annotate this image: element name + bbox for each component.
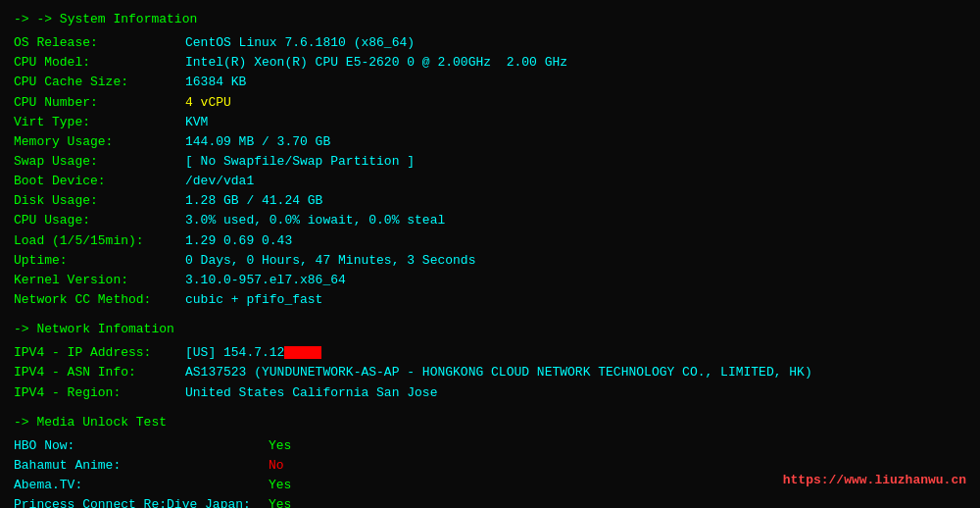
system-section: -> -> System Information OS Release: Cen… <box>14 10 966 310</box>
table-row: HBO Now: Yes <box>14 436 966 456</box>
table-row: CPU Model: Intel(R) Xeon(R) CPU E5-2620 … <box>14 53 966 73</box>
cpu-number-label: CPU Number: <box>14 93 185 113</box>
princess-label: Princess Connect Re:Dive Japan: <box>14 495 269 508</box>
table-row: Load (1/5/15min): 1.29 0.69 0.43 <box>14 231 966 251</box>
load-label: Load (1/5/15min): <box>14 231 185 251</box>
media-section: -> Media Unlock Test HBO Now: Yes Bahamu… <box>14 413 966 508</box>
hbo-label: HBO Now: <box>14 436 269 456</box>
disk-usage-value: 1.28 GB / 41.24 GB <box>185 191 322 211</box>
table-row: Boot Device: /dev/vda1 <box>14 172 966 191</box>
watermark: https://www.liuzhanwu.cn <box>783 471 966 490</box>
ipv4-asn-value: AS137523 (YUNDUNETWORK-AS-AP - HONGKONG … <box>185 363 812 382</box>
swap-usage-label: Swap Usage: <box>14 152 185 172</box>
table-row: IPV4 - IP Address: [US] 154.7.12 <box>14 343 966 363</box>
uptime-value: 0 Days, 0 Hours, 47 Minutes, 3 Seconds <box>185 251 475 271</box>
table-row: IPV4 - ASN Info: AS137523 (YUNDUNETWORK-… <box>14 363 966 382</box>
swap-usage-value: [ No Swapfile/Swap Partition ] <box>185 152 415 172</box>
ipv4-asn-label: IPV4 - ASN Info: <box>14 363 185 382</box>
network-header: -> Network Infomation <box>14 320 966 339</box>
media-header: -> Media Unlock Test <box>14 413 966 432</box>
network-info-table: IPV4 - IP Address: [US] 154.7.12 IPV4 - … <box>14 343 966 402</box>
kernel-value: 3.10.0-957.el7.x86_64 <box>185 271 346 290</box>
table-row: CPU Cache Size: 16384 KB <box>14 73 966 92</box>
arrow-icon: -> <box>14 12 29 26</box>
table-row: Memory Usage: 144.09 MB / 3.70 GB <box>14 132 966 152</box>
network-section: -> Network Infomation IPV4 - IP Address:… <box>14 320 966 403</box>
ipv4-region-value: United States California San Jose <box>185 383 437 403</box>
abema-label: Abema.TV: <box>14 476 269 495</box>
ipv4-region-label: IPV4 - Region: <box>14 383 185 403</box>
cpu-model-value: Intel(R) Xeon(R) CPU E5-2620 0 @ 2.00GHz… <box>185 53 567 73</box>
system-info-table: OS Release: CentOS Linux 7.6.1810 (x86_6… <box>14 33 966 310</box>
virt-type-value: KVM <box>185 113 208 132</box>
table-row: Virt Type: KVM <box>14 113 966 132</box>
boot-device-label: Boot Device: <box>14 172 185 191</box>
cpu-number-value: 4 vCPU <box>185 93 231 113</box>
table-row: Uptime: 0 Days, 0 Hours, 47 Minutes, 3 S… <box>14 251 966 271</box>
network-cc-value: cubic + pfifo_fast <box>185 290 322 310</box>
virt-type-label: Virt Type: <box>14 113 185 132</box>
cpu-usage-label: CPU Usage: <box>14 211 185 230</box>
kernel-label: Kernel Version: <box>14 271 185 290</box>
bahamut-label: Bahamut Anime: <box>14 456 269 476</box>
system-header: -> -> System Information <box>14 10 966 29</box>
uptime-label: Uptime: <box>14 251 185 271</box>
cpu-cache-value: 16384 KB <box>185 73 246 92</box>
cpu-usage-value: 3.0% used, 0.0% iowait, 0.0% steal <box>185 211 445 230</box>
table-row: Princess Connect Re:Dive Japan: Yes <box>14 495 966 508</box>
os-release-value: CentOS Linux 7.6.1810 (x86_64) <box>185 33 415 53</box>
table-row: CPU Number: 4 vCPU <box>14 93 966 113</box>
load-value: 1.29 0.69 0.43 <box>185 231 292 251</box>
memory-usage-value: 144.09 MB / 3.70 GB <box>185 132 330 152</box>
table-row: Network CC Method: cubic + pfifo_fast <box>14 290 966 310</box>
table-row: OS Release: CentOS Linux 7.6.1810 (x86_6… <box>14 33 966 53</box>
cpu-cache-label: CPU Cache Size: <box>14 73 185 92</box>
table-row: Kernel Version: 3.10.0-957.el7.x86_64 <box>14 271 966 290</box>
boot-device-value: /dev/vda1 <box>185 172 254 191</box>
cpu-model-label: CPU Model: <box>14 53 185 73</box>
disk-usage-label: Disk Usage: <box>14 191 185 211</box>
ipv4-address-label: IPV4 - IP Address: <box>14 343 185 363</box>
hbo-value: Yes <box>269 436 291 456</box>
table-row: IPV4 - Region: United States California … <box>14 383 966 403</box>
ipv4-address-value: [US] 154.7.12 <box>185 343 321 363</box>
bahamut-value: No <box>269 456 284 476</box>
os-release-label: OS Release: <box>14 33 185 53</box>
abema-value: Yes <box>269 476 291 495</box>
table-row: Disk Usage: 1.28 GB / 41.24 GB <box>14 191 966 211</box>
ip-redacted-block <box>284 346 321 359</box>
network-cc-label: Network CC Method: <box>14 290 185 310</box>
memory-usage-label: Memory Usage: <box>14 132 185 152</box>
table-row: Swap Usage: [ No Swapfile/Swap Partition… <box>14 152 966 172</box>
table-row: CPU Usage: 3.0% used, 0.0% iowait, 0.0% … <box>14 211 966 230</box>
princess-value: Yes <box>269 495 291 508</box>
